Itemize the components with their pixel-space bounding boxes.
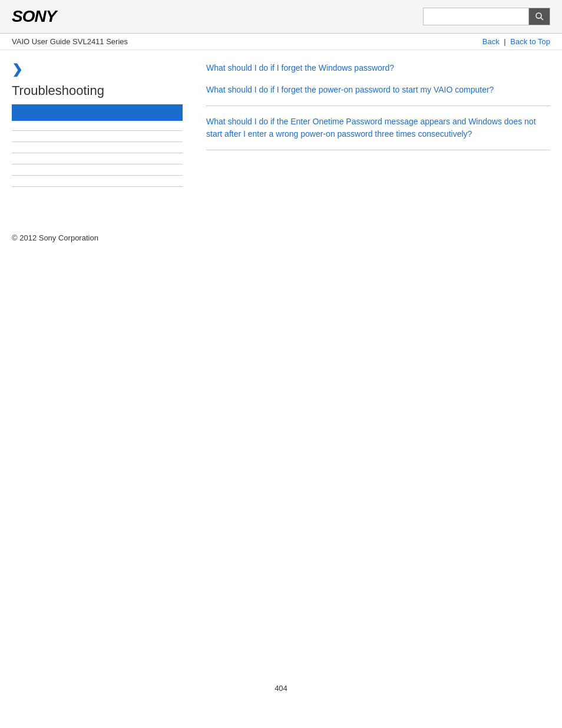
content-area: What should I do if I forget the Windows… <box>194 62 550 197</box>
content-link-2[interactable]: What should I do if I forget the power-o… <box>206 84 550 96</box>
sidebar-divider-5 <box>12 175 183 176</box>
sidebar-divider-2 <box>12 141 183 142</box>
nav-bar: VAIO User Guide SVL2411 Series Back | Ba… <box>0 34 562 50</box>
sidebar-divider-3 <box>12 153 183 153</box>
sony-logo: SONY <box>12 7 56 26</box>
search-button[interactable] <box>529 8 550 25</box>
header: SONY <box>0 0 562 34</box>
sidebar-highlight <box>12 104 183 121</box>
sidebar: ❯ Troubleshooting <box>12 62 194 197</box>
page-number: 404 <box>0 672 562 704</box>
footer: © 2012 Sony Corporation <box>0 221 562 254</box>
guide-title: VAIO User Guide SVL2411 Series <box>12 37 128 46</box>
nav-separator: | <box>504 37 505 46</box>
search-input[interactable] <box>423 8 529 25</box>
search-box <box>423 8 550 25</box>
copyright: © 2012 Sony Corporation <box>12 233 98 242</box>
search-icon <box>535 12 544 21</box>
content-divider <box>206 106 550 106</box>
sidebar-divider-4 <box>12 164 183 164</box>
main-content: ❯ Troubleshooting What should I do if I … <box>0 50 562 209</box>
sidebar-arrow: ❯ <box>12 62 183 77</box>
sidebar-title: Troubleshooting <box>12 83 183 98</box>
back-to-top-link[interactable]: Back to Top <box>510 37 550 46</box>
sidebar-divider-1 <box>12 130 183 131</box>
content-link-3[interactable]: What should I do if the Enter Onetime Pa… <box>206 116 550 140</box>
nav-links: Back | Back to Top <box>482 37 550 46</box>
svg-line-1 <box>541 18 543 20</box>
back-link[interactable]: Back <box>482 37 500 46</box>
content-link-1[interactable]: What should I do if I forget the Windows… <box>206 62 550 74</box>
content-divider-2 <box>206 150 550 150</box>
svg-point-0 <box>536 13 541 18</box>
sidebar-divider-6 <box>12 186 183 187</box>
